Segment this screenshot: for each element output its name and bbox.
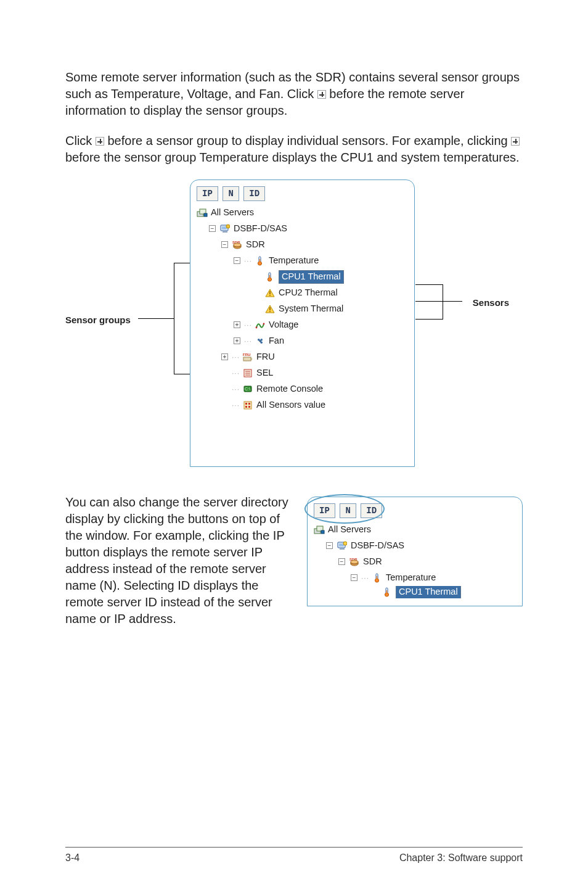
svg-point-22 bbox=[263, 323, 265, 324]
tree-label-selected: CPU1 Thermal bbox=[279, 270, 344, 284]
svg-rect-35 bbox=[248, 403, 250, 405]
svg-rect-37 bbox=[248, 406, 250, 408]
svg-rect-2 bbox=[204, 213, 207, 217]
paragraph-1: Some remote server information (such as … bbox=[65, 69, 523, 119]
footer-chapter: Chapter 3: Software support bbox=[399, 851, 523, 865]
svg-rect-20 bbox=[269, 311, 271, 312]
tree-label: Voltage bbox=[269, 319, 298, 331]
svg-rect-25 bbox=[243, 357, 251, 361]
computer-icon bbox=[337, 540, 348, 551]
tab-id[interactable]: ID bbox=[243, 186, 265, 201]
tree-label: CPU2 Thermal bbox=[279, 287, 338, 299]
connector-line bbox=[443, 284, 443, 320]
svg-point-10 bbox=[234, 243, 241, 247]
tree-dots-icon: ··· bbox=[232, 352, 240, 362]
tree-dots-icon: ··· bbox=[232, 368, 240, 378]
tree-item-temperature[interactable]: − ··· Temperature bbox=[197, 253, 410, 269]
collapse-icon[interactable]: − bbox=[234, 257, 240, 264]
tree-item-remote-console[interactable]: ··· C:\ Remote Console bbox=[197, 381, 410, 397]
svg-point-44 bbox=[343, 542, 347, 545]
thermometer-icon bbox=[382, 587, 393, 598]
tree-item-cpu1-thermal[interactable]: CPU1 Thermal bbox=[197, 269, 410, 285]
figure-tree-annotated: Sensor groups Sensors IP N ID All Server… bbox=[65, 179, 523, 469]
all-sensors-icon bbox=[242, 400, 253, 411]
page-footer: 3-4 Chapter 3: Software support bbox=[65, 851, 523, 865]
tree-label: System Thermal bbox=[279, 303, 343, 315]
tree-item-fan[interactable]: + ··· Fan bbox=[197, 333, 410, 349]
figure-tree-small: IP N ID All Servers − DSBF-D/SAS bbox=[304, 494, 523, 606]
svg-point-6 bbox=[226, 225, 230, 228]
collapse-icon[interactable]: − bbox=[209, 225, 216, 232]
tree-item-all-sensors[interactable]: ··· All Sensors value bbox=[197, 397, 410, 413]
sel-icon bbox=[242, 368, 253, 379]
tree-item-server[interactable]: − DSBF-D/SAS bbox=[314, 538, 518, 554]
tree-root-all-servers[interactable]: All Servers bbox=[314, 522, 518, 538]
svg-rect-51 bbox=[377, 576, 377, 580]
tree-dots-icon: ··· bbox=[244, 256, 252, 266]
svg-rect-5 bbox=[223, 231, 227, 233]
tree-label: All Sensors value bbox=[256, 399, 325, 411]
tab-ip[interactable]: IP bbox=[197, 186, 218, 201]
tab-row: IP N ID bbox=[190, 180, 414, 204]
tree-item-fru[interactable]: + ··· FRU FRU bbox=[197, 349, 410, 365]
thermometer-icon bbox=[255, 255, 266, 266]
svg-rect-18 bbox=[269, 295, 271, 296]
expand-icon[interactable]: + bbox=[221, 353, 228, 360]
svg-rect-54 bbox=[386, 590, 387, 594]
tree-label: Remote Console bbox=[256, 383, 323, 395]
svg-rect-19 bbox=[269, 307, 271, 310]
tree-item-voltage[interactable]: + ··· Voltage bbox=[197, 317, 410, 333]
tree-label: DSBF-D/SAS bbox=[351, 540, 404, 552]
tree-item-cpu1-thermal[interactable]: CPU1 Thermal bbox=[314, 586, 518, 598]
expand-icon[interactable]: + bbox=[234, 321, 240, 328]
tree-item-cpu2-thermal[interactable]: CPU2 Thermal bbox=[197, 285, 410, 301]
tab-n[interactable]: N bbox=[223, 186, 239, 201]
tree-item-sdr[interactable]: − SDR SDR bbox=[314, 554, 518, 570]
collapse-icon[interactable]: − bbox=[351, 574, 357, 581]
svg-rect-13 bbox=[259, 259, 260, 263]
fru-icon: FRU bbox=[242, 352, 253, 363]
tree-root-all-servers[interactable]: All Servers bbox=[197, 205, 410, 221]
expand-plus-icon bbox=[511, 137, 520, 146]
tree-label: SDR bbox=[246, 239, 265, 251]
tree-label: FRU bbox=[256, 351, 275, 363]
connector-line bbox=[443, 301, 462, 302]
para2-text-a: Click bbox=[65, 134, 96, 147]
tree-dots-icon: ··· bbox=[232, 400, 240, 410]
svg-point-48 bbox=[351, 560, 358, 564]
collapse-icon[interactable]: − bbox=[338, 558, 345, 565]
collapse-icon[interactable]: − bbox=[221, 241, 228, 248]
expand-icon[interactable]: + bbox=[234, 337, 240, 344]
tree-dots-icon: ··· bbox=[244, 320, 252, 330]
expand-plus-icon bbox=[317, 90, 326, 99]
tree-item-server[interactable]: − DSBF-D/SAS bbox=[197, 221, 410, 237]
svg-rect-43 bbox=[340, 548, 345, 550]
label-sensor-groups: Sensor groups bbox=[65, 314, 131, 326]
tree-item-sdr[interactable]: − SDR SDR bbox=[197, 237, 410, 253]
tree-label: Temperature bbox=[269, 255, 319, 267]
highlight-oval-icon bbox=[304, 494, 385, 524]
tree-dots-icon: ··· bbox=[361, 573, 369, 583]
tree-item-sel[interactable]: ··· SEL bbox=[197, 365, 410, 381]
collapse-icon[interactable]: − bbox=[326, 542, 333, 549]
tree-panel: IP N ID All Servers − DSBF-D/SAS bbox=[190, 179, 415, 467]
svg-point-21 bbox=[256, 326, 258, 328]
expand-plus-icon bbox=[96, 137, 104, 146]
para2-text-b: before a sensor group to display individ… bbox=[107, 134, 511, 147]
fan-icon bbox=[255, 336, 266, 347]
connector-line bbox=[415, 319, 443, 320]
sdr-icon: SDR bbox=[349, 556, 360, 567]
sdr-icon: SDR bbox=[232, 239, 243, 250]
tree-label: All Servers bbox=[328, 524, 371, 536]
svg-rect-17 bbox=[269, 291, 271, 294]
tree-item-system-thermal[interactable]: System Thermal bbox=[197, 301, 410, 317]
connector-line bbox=[174, 263, 174, 374]
voltage-icon bbox=[255, 320, 266, 331]
computer-icon bbox=[219, 223, 231, 234]
remote-console-icon: C:\ bbox=[242, 384, 253, 395]
paragraph-2: Click before a sensor group to display i… bbox=[65, 133, 523, 166]
tree-label: SDR bbox=[363, 556, 382, 568]
tree-label: All Servers bbox=[211, 207, 254, 219]
svg-rect-36 bbox=[245, 406, 247, 408]
warning-icon bbox=[264, 303, 276, 315]
